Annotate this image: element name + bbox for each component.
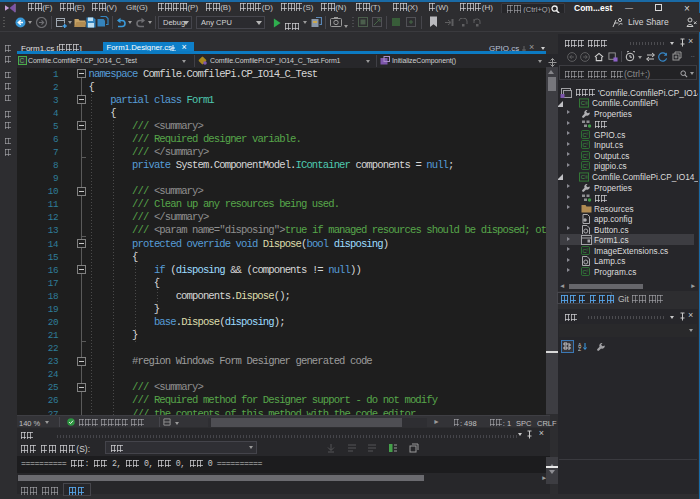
svg-text:C: C bbox=[20, 57, 25, 64]
svg-text:C: C bbox=[581, 174, 586, 180]
svg-text:Z: Z bbox=[578, 346, 581, 351]
svg-text:C: C bbox=[581, 100, 586, 106]
